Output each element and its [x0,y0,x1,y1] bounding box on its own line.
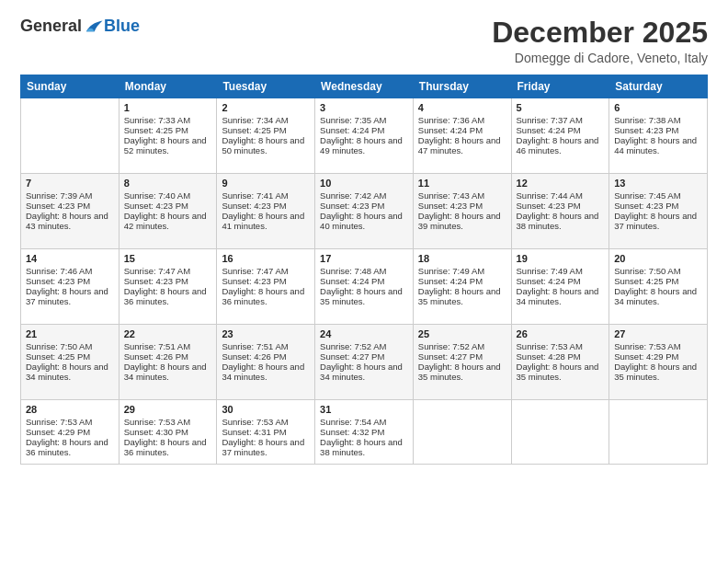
table-row: 12Sunrise: 7:44 AMSunset: 4:23 PMDayligh… [511,174,609,249]
daylight-text: Daylight: 8 hours and 34 minutes. [222,362,304,382]
sunrise-text: Sunrise: 7:53 AM [26,417,92,427]
sunrise-text: Sunrise: 7:53 AM [124,417,190,427]
col-thursday: Thursday [413,75,511,98]
daylight-text: Daylight: 8 hours and 34 minutes. [517,286,599,306]
sunrise-text: Sunrise: 7:54 AM [320,417,386,427]
day-number: 17 [320,253,408,264]
sunset-text: Sunset: 4:24 PM [517,125,581,135]
table-row: 11Sunrise: 7:43 AMSunset: 4:23 PMDayligh… [413,174,511,249]
sunset-text: Sunset: 4:24 PM [418,276,483,286]
daylight-text: Daylight: 8 hours and 37 minutes. [614,211,697,231]
sunset-text: Sunset: 4:23 PM [418,201,483,211]
sunrise-text: Sunrise: 7:39 AM [26,190,92,201]
day-number: 8 [124,178,212,189]
sunset-text: Sunset: 4:27 PM [418,351,483,362]
daylight-text: Daylight: 8 hours and 38 minutes. [320,437,403,457]
sunset-text: Sunset: 4:26 PM [222,351,286,362]
daylight-text: Daylight: 8 hours and 44 minutes. [614,135,697,155]
sunset-text: Sunset: 4:27 PM [320,351,384,362]
sunrise-text: Sunrise: 7:35 AM [320,115,386,125]
logo-blue: Blue [104,17,140,36]
table-row: 23Sunrise: 7:51 AMSunset: 4:26 PMDayligh… [217,325,315,400]
day-number: 29 [124,404,212,415]
sunrise-text: Sunrise: 7:53 AM [517,341,583,351]
day-number: 9 [222,178,310,189]
day-number: 14 [26,253,114,264]
month-title: December 2025 [492,17,708,49]
daylight-text: Daylight: 8 hours and 36 minutes. [222,286,304,306]
col-saturday: Saturday [609,75,708,98]
sunset-text: Sunset: 4:24 PM [517,276,581,286]
sunrise-text: Sunrise: 7:49 AM [517,266,583,276]
sunset-text: Sunset: 4:23 PM [614,125,678,135]
day-number: 13 [614,178,702,189]
table-row: 24Sunrise: 7:52 AMSunset: 4:27 PMDayligh… [315,325,414,400]
sunset-text: Sunset: 4:29 PM [614,351,678,362]
day-number: 12 [517,178,605,189]
sunset-text: Sunset: 4:24 PM [320,125,384,135]
daylight-text: Daylight: 8 hours and 41 minutes. [222,211,304,231]
table-row: 1Sunrise: 7:33 AMSunset: 4:25 PMDaylight… [119,98,217,174]
table-row: 13Sunrise: 7:45 AMSunset: 4:23 PMDayligh… [609,174,708,249]
sunset-text: Sunset: 4:28 PM [517,351,581,362]
sunrise-text: Sunrise: 7:51 AM [222,341,288,351]
daylight-text: Daylight: 8 hours and 36 minutes. [124,286,207,306]
table-row: 25Sunrise: 7:52 AMSunset: 4:27 PMDayligh… [413,325,511,400]
sunrise-text: Sunrise: 7:41 AM [222,190,288,201]
day-number: 11 [418,178,506,189]
sunset-text: Sunset: 4:23 PM [320,201,384,211]
sunset-text: Sunset: 4:25 PM [124,125,188,135]
day-number: 10 [320,178,408,189]
table-row: 30Sunrise: 7:53 AMSunset: 4:31 PMDayligh… [217,400,315,465]
daylight-text: Daylight: 8 hours and 50 minutes. [222,135,304,155]
daylight-text: Daylight: 8 hours and 37 minutes. [222,437,304,457]
day-number: 3 [320,102,408,113]
daylight-text: Daylight: 8 hours and 35 minutes. [320,286,403,306]
page: General Blue December 2025 Domegge di Ca… [0,0,728,563]
sunset-text: Sunset: 4:23 PM [26,276,90,286]
sunrise-text: Sunrise: 7:47 AM [222,266,288,276]
day-number: 5 [517,102,605,113]
table-row: 10Sunrise: 7:42 AMSunset: 4:23 PMDayligh… [315,174,414,249]
table-row [511,400,609,465]
sunset-text: Sunset: 4:25 PM [26,351,90,362]
daylight-text: Daylight: 8 hours and 46 minutes. [517,135,599,155]
sunrise-text: Sunrise: 7:40 AM [124,190,190,201]
day-number: 16 [222,253,310,264]
daylight-text: Daylight: 8 hours and 52 minutes. [124,135,207,155]
sunrise-text: Sunrise: 7:53 AM [222,417,288,427]
sunrise-text: Sunrise: 7:52 AM [320,341,386,351]
day-number: 25 [418,328,506,339]
table-row: 2Sunrise: 7:34 AMSunset: 4:25 PMDaylight… [217,98,315,174]
logo-text: General Blue [20,17,140,36]
day-number: 28 [26,404,114,415]
table-row: 15Sunrise: 7:47 AMSunset: 4:23 PMDayligh… [119,249,217,325]
sunrise-text: Sunrise: 7:52 AM [418,341,484,351]
sunset-text: Sunset: 4:31 PM [222,427,286,437]
sunset-text: Sunset: 4:30 PM [124,427,188,437]
daylight-text: Daylight: 8 hours and 36 minutes. [124,437,207,457]
table-row: 6Sunrise: 7:38 AMSunset: 4:23 PMDaylight… [609,98,708,174]
sunset-text: Sunset: 4:23 PM [124,201,188,211]
table-row: 29Sunrise: 7:53 AMSunset: 4:30 PMDayligh… [119,400,217,465]
sunset-text: Sunset: 4:23 PM [517,201,581,211]
table-row: 5Sunrise: 7:37 AMSunset: 4:24 PMDaylight… [511,98,609,174]
day-number: 4 [418,102,506,113]
table-row: 28Sunrise: 7:53 AMSunset: 4:29 PMDayligh… [21,400,119,465]
day-number: 7 [26,178,114,189]
day-number: 27 [614,328,702,339]
logo-bird-icon [84,18,104,35]
daylight-text: Daylight: 8 hours and 35 minutes. [614,362,697,382]
daylight-text: Daylight: 8 hours and 34 minutes. [26,362,108,382]
sunset-text: Sunset: 4:32 PM [320,427,384,437]
daylight-text: Daylight: 8 hours and 38 minutes. [517,211,599,231]
sunrise-text: Sunrise: 7:51 AM [124,341,190,351]
sunrise-text: Sunrise: 7:53 AM [614,341,680,351]
day-number: 31 [320,404,408,415]
day-number: 30 [222,404,310,415]
table-row: 27Sunrise: 7:53 AMSunset: 4:29 PMDayligh… [609,325,708,400]
table-row [21,98,119,174]
day-number: 20 [614,253,702,264]
day-number: 19 [517,253,605,264]
sunset-text: Sunset: 4:23 PM [124,276,188,286]
